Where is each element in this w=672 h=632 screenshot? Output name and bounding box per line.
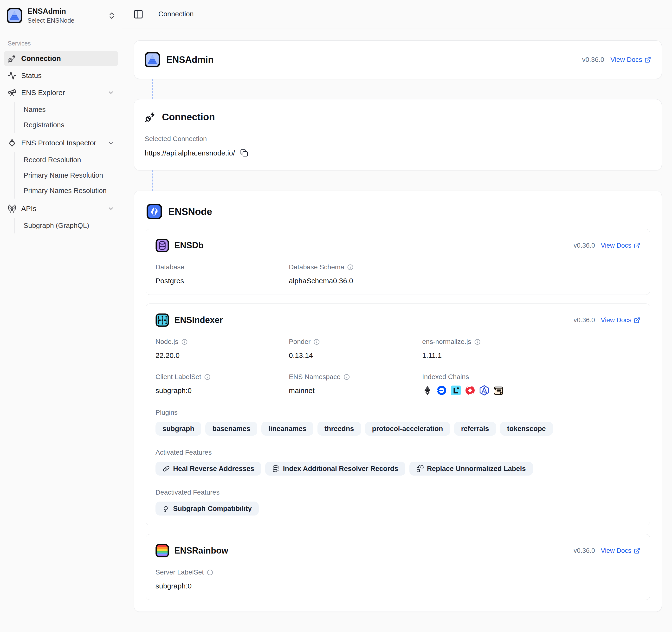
plugins-label: Plugins: [155, 409, 640, 416]
field-nodejs: Node.js 22.20.0: [155, 338, 289, 360]
sidebar-item-label: APIs: [21, 204, 37, 213]
topbar-divider: [151, 9, 151, 19]
activated-features-label: Activated Features: [155, 448, 640, 456]
ensindexer-card: ENSIndexer v0.36.0 View Docs Node.js: [146, 303, 650, 526]
sidebar-item-subgraph-graphql[interactable]: Subgraph (GraphQL): [15, 218, 118, 234]
plug-zap-icon: [8, 54, 16, 63]
ensnode-selector[interactable]: ENSAdmin Select ENSNode: [0, 0, 122, 31]
sidebar-item-registrations[interactable]: Registrations: [15, 118, 118, 133]
ensnode-logo-icon: [147, 204, 162, 219]
ensadmin-logo-icon: [7, 8, 22, 23]
field-ens-namespace: ENS Namespace mainnet: [289, 373, 422, 396]
sidebar: ENSAdmin Select ENSNode Services Connect…: [0, 0, 122, 632]
ensindexer-view-docs-link[interactable]: View Docs: [601, 316, 640, 324]
field-database-schema: Database Schema alphaSchema0.36.0: [289, 263, 422, 285]
view-docs-label: View Docs: [610, 56, 642, 64]
sidebar-item-connection[interactable]: Connection: [4, 51, 118, 66]
sidebar-item-names[interactable]: Names: [15, 102, 118, 118]
sidebar-toggle-icon[interactable]: [133, 9, 143, 19]
sidebar-item-label: Status: [21, 71, 42, 80]
field-value: 22.20.0: [155, 351, 289, 360]
connection-card-title: Connection: [162, 112, 215, 122]
protocol-inspector-subitems: Record Resolution Primary Name Resolutio…: [15, 152, 118, 198]
ensdb-card: ENSDb v0.36.0 View Docs Database P: [146, 229, 650, 295]
main-area: Connection ENSAdmin v0.36.0 View Docs: [122, 0, 672, 632]
info-icon[interactable]: [181, 339, 188, 345]
ensdb-view-docs-link[interactable]: View Docs: [601, 242, 640, 249]
deactivated-features-row: Subgraph Compatibility: [155, 502, 640, 515]
subgraph-icon: [163, 505, 170, 512]
sidebar-item-record-resolution[interactable]: Record Resolution: [15, 152, 118, 168]
info-icon[interactable]: [343, 374, 350, 380]
plugin-pill: subgraph: [155, 422, 201, 436]
sidebar-item-apis[interactable]: APIs: [4, 201, 118, 216]
external-link-icon: [634, 548, 640, 554]
sidebar-item-label: Primary Name Resolution: [24, 171, 103, 179]
field-ponder: Ponder 0.13.14: [289, 338, 422, 360]
connection-url: https://api.alpha.ensnode.io/: [145, 149, 235, 157]
field-label: Client LabelSet: [155, 373, 201, 381]
info-icon[interactable]: [474, 339, 481, 345]
sidebar-item-label: Connection: [21, 54, 61, 63]
field-value: subgraph:0: [155, 582, 289, 590]
field-label: Server LabelSet: [155, 568, 204, 576]
feature-label: Heal Reverse Addresses: [173, 465, 254, 473]
sidebar-item-label: ENS Explorer: [21, 89, 65, 97]
field-value: Postgres: [155, 277, 289, 285]
field-label: Indexed Chains: [422, 373, 469, 381]
sidebar-item-status[interactable]: Status: [4, 68, 118, 83]
ensnode-title: ENSNode: [168, 206, 212, 217]
ensrainbow-view-docs-link[interactable]: View Docs: [601, 547, 640, 555]
view-docs-label: View Docs: [601, 547, 631, 555]
view-docs-label: View Docs: [601, 316, 631, 324]
breadcrumb: Connection: [159, 10, 194, 18]
chevrons-up-down-icon[interactable]: [107, 11, 116, 20]
field-label: Database: [155, 263, 184, 271]
chevron-down-icon: [107, 89, 114, 96]
field-label: ens-normalize.js: [422, 338, 471, 346]
connection-card: Connection Selected Connection https://a…: [134, 99, 662, 170]
content: ENSAdmin v0.36.0 View Docs Connection Se…: [122, 28, 672, 612]
info-icon[interactable]: [313, 339, 320, 345]
sidebar-item-primary-name-resolution[interactable]: Primary Name Resolution: [15, 168, 118, 183]
database-plus-icon: [272, 465, 280, 472]
info-icon[interactable]: [207, 569, 213, 576]
plugins-row: subgraph basenames lineanames threedns p…: [155, 422, 640, 436]
view-docs-label: View Docs: [601, 242, 631, 249]
sidebar-item-ens-explorer[interactable]: ENS Explorer: [4, 85, 118, 100]
radio-tower-icon: [8, 204, 16, 213]
copy-icon[interactable]: [240, 149, 248, 157]
scroll-chain-icon: [493, 385, 504, 396]
plugin-pill: threedns: [317, 422, 361, 436]
field-database: Database Postgres: [155, 263, 289, 285]
ensdb-version: v0.36.0: [574, 242, 595, 249]
ensrainbow-logo-icon: [155, 544, 169, 557]
ensrainbow-title: ENSRainbow: [174, 545, 228, 556]
info-icon[interactable]: [204, 374, 211, 380]
chevron-down-icon: [107, 140, 114, 146]
ensadmin-view-docs-link[interactable]: View Docs: [610, 56, 651, 64]
field-value: 0.13.14: [289, 351, 422, 360]
ensdb-logo-icon: [155, 239, 169, 252]
plug-zap-icon: [145, 112, 156, 122]
field-client-labelset: Client LabelSet subgraph:0: [155, 373, 289, 396]
ensindexer-logo-icon: [155, 313, 169, 327]
field-value: subgraph:0: [155, 387, 289, 395]
ensadmin-card-logo-icon: [145, 52, 160, 67]
arbitrum-chain-icon: [479, 385, 489, 396]
ensdb-title: ENSDb: [174, 240, 203, 250]
dashed-connector: [152, 79, 153, 99]
info-icon[interactable]: [347, 264, 354, 270]
ensrainbow-version: v0.36.0: [574, 547, 595, 555]
ensnode-card: ENSNode ENSDb v0.36.0: [134, 191, 662, 612]
field-label: Database Schema: [289, 263, 344, 271]
feature-pill-subgraph-compatibility: Subgraph Compatibility: [155, 502, 259, 515]
activity-icon: [8, 71, 16, 80]
sidebar-item-ens-protocol-inspector[interactable]: ENS Protocol Inspector: [4, 135, 118, 151]
ensindexer-version: v0.36.0: [574, 316, 595, 324]
sidebar-item-primary-names-resolution[interactable]: Primary Names Resolution: [15, 183, 118, 198]
field-value: alphaSchema0.36.0: [289, 277, 422, 285]
ens-explorer-subitems: Names Registrations: [15, 102, 118, 133]
external-link-icon: [634, 317, 640, 323]
sidebar-item-label: Registrations: [24, 121, 64, 129]
